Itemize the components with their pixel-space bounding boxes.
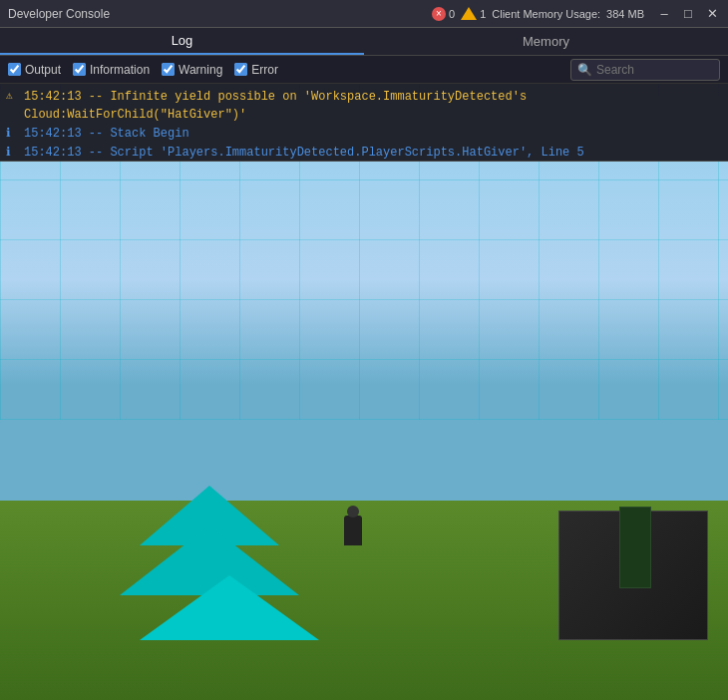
log-content: ⚠15:42:13 -- Infinite yield possible on … [0,84,728,161]
log-text: 15:42:13 -- Infinite yield possible on '… [24,88,722,124]
output-filter[interactable]: Output [8,63,61,77]
warn-icon: ⚠ [6,88,20,105]
error-label: Error [251,63,278,77]
character [344,516,362,545]
mem-value: 384 MB [606,8,644,20]
error-filter[interactable]: Error [234,63,278,77]
info-icon: ℹ [6,144,20,161]
warning-label: Warning [179,63,222,77]
output-checkbox[interactable] [8,63,21,76]
triangle-3 [140,575,319,640]
maximize-button[interactable]: □ [680,6,696,22]
search-icon: 🔍 [577,63,592,77]
log-text: 15:42:13 -- Stack Begin [24,125,189,143]
warn-badge: 1 [461,7,486,20]
developer-console: Developer Console 0 1 Client Memory Usag… [0,0,728,162]
error-icon [432,7,446,21]
tab-memory[interactable]: Memory [364,28,728,55]
teal-triangles [120,486,319,620]
platform-box [558,511,708,640]
information-checkbox[interactable] [73,63,86,76]
filter-bar: Output Information Warning Error 🔍 [0,56,728,84]
warn-icon [461,7,477,20]
log-line-0: ⚠15:42:13 -- Infinite yield possible on … [6,88,722,124]
log-line-2: ℹ15:42:13 -- Script 'Players.ImmaturityD… [6,144,722,161]
information-label: Information [90,63,150,77]
error-checkbox[interactable] [234,63,247,76]
log-line-1: ℹ15:42:13 -- Stack Begin [6,125,722,143]
warning-filter[interactable]: Warning [162,63,222,77]
output-label: Output [25,63,61,77]
window-controls: – □ ✕ [656,6,720,22]
error-count: 0 [449,8,455,20]
information-filter[interactable]: Information [73,63,150,77]
search-input[interactable] [596,63,706,77]
log-text: 15:42:13 -- Script 'Players.ImmaturityDe… [24,144,584,161]
status-indicators: 0 1 Client Memory Usage: 384 MB [432,7,644,21]
title-bar: Developer Console 0 1 Client Memory Usag… [0,0,728,28]
error-badge: 0 [432,7,455,21]
console-title: Developer Console [8,7,432,21]
mem-label: Client Memory Usage: [492,8,600,20]
tab-log[interactable]: Log [0,28,364,55]
minimize-button[interactable]: – [656,6,672,22]
tab-bar: Log Memory [0,28,728,56]
warn-count: 1 [480,8,486,20]
close-button[interactable]: ✕ [704,6,720,22]
warning-checkbox[interactable] [162,63,175,76]
search-box[interactable]: 🔍 [570,59,720,81]
info-icon: ℹ [6,125,20,143]
